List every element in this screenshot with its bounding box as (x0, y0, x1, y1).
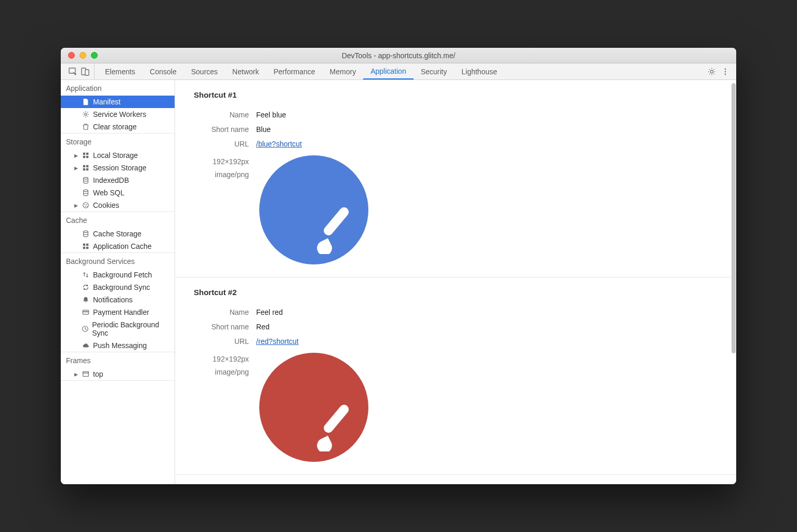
titlebar: DevTools - app-shortcuts.glitch.me/ (61, 48, 736, 63)
short-name-label: Short name (194, 125, 256, 134)
main-panel: Shortcut #1NameFeel blueShort nameBlueUR… (175, 80, 736, 484)
tab-lighthouse[interactable]: Lighthouse (454, 63, 504, 79)
svg-point-22 (87, 206, 88, 207)
sidebar: ApplicationManifestService WorkersClear … (61, 80, 175, 484)
sidebar-item-cookies[interactable]: ▸Cookies (61, 199, 175, 211)
sidebar-item-periodic-background-sync[interactable]: Periodic Background Sync (61, 318, 175, 339)
sidebar-item-session-storage[interactable]: ▸Session Storage (61, 162, 175, 174)
svg-point-18 (83, 203, 89, 208)
tab-memory[interactable]: Memory (323, 63, 364, 79)
file-icon (82, 98, 90, 106)
tab-elements[interactable]: Elements (98, 63, 142, 79)
sidebar-item-push-messaging[interactable]: Push Messaging (61, 339, 175, 352)
frame-icon (82, 370, 90, 378)
sidebar-item-notifications[interactable]: Notifications (61, 294, 175, 306)
bell-icon (82, 296, 90, 304)
sidebar-item-label: Web SQL (93, 189, 124, 197)
name-label: Name (194, 308, 256, 316)
shortcut-heading: Shortcut #1 (194, 90, 718, 99)
sidebar-item-background-fetch[interactable]: Background Fetch (61, 269, 175, 281)
svg-rect-29 (83, 311, 88, 312)
database-icon (82, 176, 90, 184)
svg-rect-34 (322, 405, 350, 435)
sidebar-item-label: Manifest (93, 98, 121, 106)
svg-rect-15 (86, 168, 88, 170)
sidebar-item-label: Cookies (93, 201, 119, 209)
scrollbar[interactable] (732, 80, 736, 484)
svg-rect-13 (86, 165, 88, 167)
svg-point-3 (710, 70, 713, 73)
shortcut-icon (259, 353, 368, 462)
name-value: Feel blue (256, 111, 718, 119)
section-cache: Cache (61, 212, 175, 228)
url-link[interactable]: /red?shortcut (256, 337, 299, 345)
svg-rect-11 (86, 156, 88, 158)
name-value: Feel red (256, 308, 718, 316)
shortcut-1: Shortcut #1NameFeel blueShort nameBlueUR… (175, 80, 736, 277)
section-frames: Frames (61, 352, 175, 368)
svg-rect-9 (86, 153, 88, 155)
sidebar-item-label: Background Sync (93, 283, 150, 291)
sidebar-item-local-storage[interactable]: ▸Local Storage (61, 149, 175, 162)
svg-rect-24 (83, 244, 85, 246)
tab-network[interactable]: Network (225, 63, 266, 79)
sidebar-item-clear-storage[interactable]: Clear storage (61, 121, 175, 133)
icon-size: 192×192px (194, 155, 249, 168)
brush-icon (309, 405, 356, 451)
sidebar-item-application-cache[interactable]: Application Cache (61, 240, 175, 252)
minimize-dot[interactable] (79, 52, 86, 59)
svg-point-19 (84, 204, 85, 205)
sidebar-item-label: Notifications (93, 296, 132, 304)
url-label: URL (194, 140, 256, 148)
scrollbar-thumb[interactable] (732, 83, 736, 353)
tab-performance[interactable]: Performance (266, 63, 322, 79)
chevron-right-icon: ▸ (73, 151, 78, 159)
tab-application[interactable]: Application (363, 63, 414, 79)
shortcut-2: Shortcut #2NameFeel redShort nameRedURL/… (175, 277, 736, 475)
url-link[interactable]: /blue?shortcut (256, 140, 302, 148)
gear-icon[interactable] (707, 67, 716, 76)
inspect-icon[interactable] (68, 67, 77, 76)
short-name-label: Short name (194, 323, 256, 331)
close-dot[interactable] (68, 52, 75, 59)
svg-rect-26 (83, 247, 85, 249)
sidebar-item-label: Session Storage (93, 164, 147, 172)
sidebar-item-indexeddb[interactable]: IndexedDB (61, 174, 175, 187)
tab-sources[interactable]: Sources (184, 63, 225, 79)
svg-rect-25 (86, 244, 88, 246)
tab-console[interactable]: Console (142, 63, 183, 79)
svg-point-17 (84, 190, 88, 192)
svg-rect-8 (83, 153, 85, 155)
chevron-right-icon: ▸ (73, 164, 78, 172)
svg-point-23 (84, 231, 88, 233)
svg-rect-31 (83, 372, 89, 377)
sidebar-item-web-sql[interactable]: Web SQL (61, 187, 175, 199)
sidebar-item-manifest[interactable]: Manifest (61, 96, 175, 108)
svg-point-20 (86, 204, 87, 205)
sidebar-item-cache-storage[interactable]: Cache Storage (61, 228, 175, 240)
icon-mime: image/png (194, 168, 249, 181)
transfer-icon (82, 271, 90, 279)
sidebar-item-top[interactable]: ▸top (61, 368, 175, 380)
short-name-value: Red (256, 323, 718, 331)
svg-rect-10 (83, 156, 85, 158)
database-icon (82, 230, 90, 238)
brush-icon (309, 207, 356, 254)
svg-point-16 (84, 177, 88, 179)
cookie-icon (82, 201, 90, 209)
more-icon[interactable] (721, 67, 730, 76)
device-icon[interactable] (81, 67, 90, 76)
grid-icon (82, 151, 90, 159)
section-application: Application (61, 80, 175, 96)
tab-security[interactable]: Security (414, 63, 455, 79)
section-storage: Storage (61, 134, 175, 149)
zoom-dot[interactable] (91, 52, 98, 59)
url-label: URL (194, 337, 256, 345)
grid-icon (82, 242, 90, 250)
sidebar-item-background-sync[interactable]: Background Sync (61, 281, 175, 294)
svg-point-7 (85, 113, 87, 115)
sidebar-item-label: top (93, 370, 103, 378)
sidebar-item-service-workers[interactable]: Service Workers (61, 108, 175, 121)
cloud-icon (82, 341, 90, 350)
sidebar-item-payment-handler[interactable]: Payment Handler (61, 306, 175, 318)
